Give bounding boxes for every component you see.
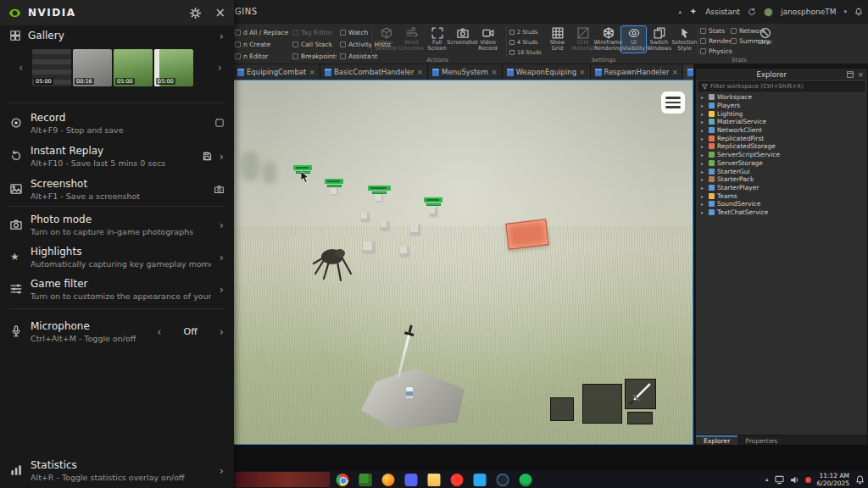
discord-icon[interactable] — [405, 474, 418, 486]
chrome-icon[interactable] — [337, 474, 349, 486]
stats-toggle-button[interactable]: Stats — [700, 27, 732, 35]
inventory-slot-large[interactable] — [582, 384, 622, 424]
explorer-item-serverstorage[interactable]: ▸ServerStorage — [696, 159, 867, 168]
tab-equipingcombat[interactable]: EquipingCombat× — [233, 64, 320, 80]
firefox-icon[interactable] — [382, 474, 395, 486]
settings-gear-icon[interactable] — [190, 8, 201, 19]
assistant-label[interactable]: Assistant — [705, 8, 740, 16]
explorer-item-materialservice[interactable]: ▸MaterialService — [696, 118, 867, 126]
explorer-item-replicatedfirst[interactable]: ▸ReplicatedFirst — [696, 134, 867, 142]
expand-arrow-icon[interactable]: ▸ — [701, 136, 706, 141]
steam-icon[interactable] — [497, 474, 509, 486]
tab-close-icon[interactable]: × — [671, 69, 678, 76]
tab-close-icon[interactable]: × — [491, 69, 498, 76]
expand-arrow-icon[interactable]: ▸ — [701, 176, 706, 182]
tab-respawnhandeler[interactable]: RespawnHandeler× — [591, 64, 683, 80]
expand-arrow-icon[interactable]: ▸ — [701, 94, 706, 100]
expand-arrow-icon[interactable]: ▸ — [701, 185, 706, 191]
record-item[interactable]: Record Alt+F9 - Stop and save — [0, 107, 234, 139]
mic-active-icon[interactable] — [805, 477, 811, 483]
microphone-item[interactable]: Microphone Ctrl+Alt+M - Toggle on/off ‹ … — [0, 315, 234, 347]
expand-arrow-icon[interactable]: ▸ — [701, 119, 706, 125]
expand-arrow-icon[interactable]: ▸ — [701, 193, 706, 199]
photo-mode-item[interactable]: Photo mode Turn on to capture in-game ph… — [0, 208, 234, 241]
clear-stats-button[interactable]: Clear — [753, 26, 777, 46]
ui-visibility-button[interactable]: UI Visibility — [621, 26, 646, 53]
expand-arrow-icon[interactable]: ▸ — [701, 169, 706, 175]
notifications-icon[interactable] — [855, 475, 865, 485]
inventory-slot-small[interactable] — [627, 412, 653, 424]
instant-replay-item[interactable]: Instant Replay Alt+F10 - Save last 5 min… — [0, 140, 234, 172]
ribbon-call-stack-button[interactable]: Call Stack — [292, 38, 337, 50]
grid-2-studs-option[interactable]: 2 Studs — [509, 27, 542, 36]
volume-icon[interactable] — [790, 475, 799, 485]
video-record-button[interactable]: Video Record — [476, 26, 500, 53]
switch-windows-button[interactable]: Switch Windows — [647, 26, 671, 53]
explorer-item-replicatedstorage[interactable]: ▸ReplicatedStorage — [696, 142, 867, 151]
game-filter-item[interactable]: Game filter Turn on to customize the app… — [0, 273, 234, 305]
grid-4-studs-option[interactable]: 4 Studs — [509, 37, 542, 47]
mic-prev-option-icon[interactable]: ‹ — [157, 326, 161, 337]
expand-arrow-icon[interactable]: ▸ — [701, 160, 706, 166]
show-grid-button[interactable]: Show Grid — [545, 26, 570, 53]
ribbon-team-create-button[interactable]: n Create — [235, 38, 289, 50]
tab-menusystem[interactable]: MenuSystem× — [428, 64, 503, 80]
explorer-item-players[interactable]: ▸Players — [696, 102, 867, 110]
explorer-item-networkclient[interactable]: ▸NetworkClient — [696, 126, 867, 135]
tab-basiccombathandeler[interactable]: BasicCombatHandeler× — [320, 64, 428, 80]
sync-icon[interactable] — [748, 8, 756, 16]
expand-arrow-icon[interactable]: ▸ — [701, 111, 706, 117]
expand-arrow-icon[interactable]: ▸ — [701, 127, 706, 133]
expand-arrow-icon[interactable]: ▸ — [701, 209, 706, 215]
display-icon[interactable] — [775, 475, 784, 485]
ribbon-editor-button[interactable]: n Editor — [235, 50, 289, 62]
tab-close-icon[interactable]: × — [579, 69, 586, 76]
physics-stats-button[interactable]: Physics — [700, 47, 732, 55]
explorer-item-startergui[interactable]: ▸StarterGui — [696, 167, 867, 175]
avatar[interactable] — [764, 8, 773, 17]
game-viewport[interactable] — [233, 80, 693, 445]
game-menu-button[interactable] — [661, 92, 685, 114]
explorer-item-workspace[interactable]: ▸Workspace — [696, 93, 867, 102]
gallery-header[interactable]: Gallery › — [0, 25, 234, 46]
collapse-ribbon-icon[interactable]: ▴ — [679, 8, 682, 15]
dock-panel-icon[interactable] — [847, 71, 854, 78]
gallery-thumbnail-2[interactable]: 00:16 — [73, 49, 112, 86]
screenshot-button[interactable]: Screenshot — [450, 26, 475, 53]
explorer-item-starterplayer[interactable]: ▸StarterPlayer — [696, 184, 867, 192]
highlights-item[interactable]: ★ Highlights Automatically capturing key… — [0, 241, 234, 273]
notifications-bell-icon[interactable] — [854, 8, 863, 16]
tab-close-icon[interactable]: × — [309, 69, 315, 76]
username[interactable]: janosphoneTM — [781, 8, 836, 16]
mic-next-option-icon[interactable]: › — [220, 326, 224, 337]
close-panel-icon[interactable]: × — [857, 70, 864, 79]
expand-arrow-icon[interactable]: ▸ — [701, 201, 706, 207]
full-screen-button[interactable]: Full Screen — [425, 26, 449, 53]
minecraft-icon[interactable] — [359, 474, 372, 486]
inventory-slot-sword[interactable] — [625, 379, 656, 409]
vscode-icon[interactable] — [474, 474, 487, 486]
file-explorer-icon[interactable] — [428, 474, 441, 486]
expand-arrow-icon[interactable]: ▸ — [701, 152, 706, 158]
tab-visualizer[interactable]: Visualizer× — [683, 64, 693, 80]
gallery-thumbnail-3[interactable]: 05:00 — [114, 49, 153, 86]
expand-arrow-icon[interactable]: ▸ — [701, 143, 706, 149]
taskbar-clock[interactable]: 11:12 AM 6/20/2025 — [817, 472, 849, 487]
tray-expand-icon[interactable]: ▴ — [765, 476, 769, 483]
gallery-prev-icon[interactable]: ‹ — [19, 61, 23, 74]
statistics-item[interactable]: Statistics Alt+R - Toggle statistics ove… — [0, 454, 234, 486]
opera-icon[interactable] — [451, 474, 464, 486]
ribbon-find-replace-button[interactable]: d All / Replace All — [235, 26, 289, 38]
spotify-icon[interactable] — [520, 474, 532, 486]
explorer-item-teams[interactable]: ▸Teams — [696, 191, 867, 200]
tab-close-icon[interactable]: × — [417, 69, 424, 76]
ribbon-breakpoints-button[interactable]: Breakpoints — [292, 50, 337, 62]
explorer-item-lighting[interactable]: ▸Lighting — [696, 109, 867, 118]
explorer-item-serverscriptservice[interactable]: ▸ServerScriptService — [696, 151, 867, 159]
expand-arrow-icon[interactable]: ▸ — [701, 103, 706, 108]
selection-style-button[interactable]: Selection Style — [672, 26, 697, 53]
inventory-slot[interactable] — [550, 397, 574, 421]
explorer-item-textchatservice[interactable]: ▸TextChatService — [696, 208, 867, 217]
explorer-item-soundservice[interactable]: ▸SoundService — [696, 200, 867, 208]
user-menu-caret-icon[interactable]: ▾ — [843, 8, 847, 15]
